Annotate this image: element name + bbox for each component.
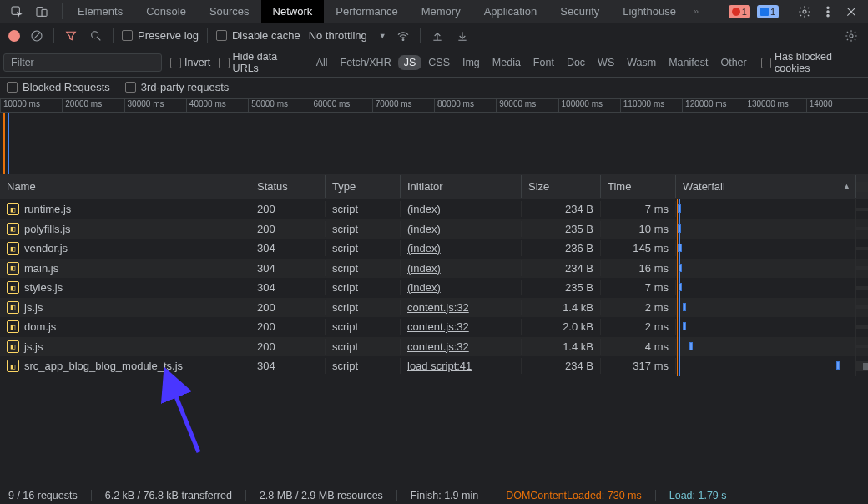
cell-status: 304 bbox=[250, 240, 326, 256]
cell-initiator: load script:41 bbox=[401, 358, 522, 374]
table-row[interactable]: ◧runtime.js200script(index)234 B7 ms bbox=[0, 199, 868, 219]
import-har-icon[interactable] bbox=[429, 28, 446, 44]
col-name[interactable]: Name bbox=[0, 175, 250, 198]
inspect-icon[interactable] bbox=[8, 3, 25, 20]
search-icon[interactable] bbox=[88, 28, 104, 44]
error-badge[interactable]: 1 bbox=[729, 5, 750, 18]
row-scroll[interactable] bbox=[856, 227, 868, 230]
row-scroll[interactable] bbox=[856, 266, 868, 270]
tab-lighthouse[interactable]: Lighthouse bbox=[611, 0, 688, 23]
throttling-select[interactable]: No throttling▼ bbox=[309, 29, 386, 42]
col-initiator[interactable]: Initiator bbox=[401, 175, 522, 198]
row-scroll[interactable] bbox=[856, 286, 868, 290]
initiator-link[interactable]: content.js:32 bbox=[407, 301, 469, 314]
row-scroll[interactable] bbox=[856, 345, 868, 348]
cell-size: 234 B bbox=[522, 358, 601, 374]
disable-cache-checkbox[interactable]: Disable cache bbox=[216, 29, 300, 42]
filter-type-js[interactable]: JS bbox=[398, 55, 422, 70]
initiator-link[interactable]: (index) bbox=[407, 262, 441, 275]
table-row[interactable]: ◧dom.js200scriptcontent.js:322.0 kB2 ms bbox=[0, 317, 868, 337]
tab-security[interactable]: Security bbox=[548, 0, 611, 23]
initiator-link[interactable]: (index) bbox=[407, 203, 441, 215]
col-type[interactable]: Type bbox=[326, 175, 401, 198]
tab-performance[interactable]: Performance bbox=[324, 0, 409, 23]
cell-status: 200 bbox=[250, 221, 326, 237]
filter-type-font[interactable]: Font bbox=[527, 55, 560, 70]
preserve-log-checkbox[interactable]: Preserve log bbox=[122, 29, 199, 42]
kebab-menu-icon[interactable] bbox=[820, 3, 836, 20]
filter-type-img[interactable]: Img bbox=[457, 55, 486, 70]
filter-type-doc[interactable]: Doc bbox=[561, 55, 591, 70]
more-tabs-icon[interactable] bbox=[688, 3, 704, 20]
col-size[interactable]: Size bbox=[522, 175, 601, 198]
filter-type-media[interactable]: Media bbox=[487, 55, 527, 70]
close-icon[interactable] bbox=[843, 3, 860, 20]
col-time[interactable]: Time bbox=[601, 175, 676, 198]
row-scroll[interactable] bbox=[856, 247, 868, 250]
tab-memory[interactable]: Memory bbox=[410, 0, 472, 23]
cell-initiator: content.js:32 bbox=[401, 319, 522, 335]
third-party-checkbox[interactable]: 3rd-party requests bbox=[125, 81, 230, 93]
record-button[interactable] bbox=[8, 30, 20, 42]
cell-time: 7 ms bbox=[601, 201, 676, 217]
svg-rect-4 bbox=[760, 8, 769, 16]
timeline-tick: 80000 ms bbox=[434, 99, 496, 112]
filter-type-other[interactable]: Other bbox=[714, 55, 752, 70]
issue-badge[interactable]: 1 bbox=[757, 5, 779, 18]
table-row[interactable]: ◧js.js200scriptcontent.js:321.4 kB2 ms bbox=[0, 298, 868, 318]
tab-network[interactable]: Network bbox=[261, 0, 325, 23]
settings-icon[interactable] bbox=[796, 3, 813, 20]
blocked-requests-checkbox[interactable]: Blocked Requests bbox=[7, 81, 110, 93]
device-toolbar-icon[interactable] bbox=[33, 3, 50, 20]
col-status[interactable]: Status bbox=[250, 175, 326, 198]
row-scroll[interactable] bbox=[856, 208, 868, 211]
cell-type: script bbox=[326, 319, 401, 335]
table-row[interactable]: ◧src_app_blog_blog_module_ts.js304script… bbox=[0, 356, 868, 376]
tab-console[interactable]: Console bbox=[134, 0, 198, 23]
table-scroll-track[interactable] bbox=[856, 182, 868, 192]
table-row[interactable]: ◧vendor.js304script(index)236 B145 ms bbox=[0, 239, 868, 259]
filter-input[interactable]: Filter bbox=[3, 53, 162, 72]
filter-type-wasm[interactable]: Wasm bbox=[621, 55, 662, 70]
timeline-tick: 40000 ms bbox=[186, 99, 248, 112]
clear-icon[interactable] bbox=[28, 28, 45, 44]
status-requests: 9 / 16 requests bbox=[8, 490, 78, 501]
export-har-icon[interactable] bbox=[454, 28, 471, 44]
tab-application[interactable]: Application bbox=[472, 0, 549, 23]
table-row[interactable]: ◧js.js200scriptcontent.js:321.4 kB4 ms bbox=[0, 337, 868, 357]
initiator-link[interactable]: load script:41 bbox=[407, 360, 472, 372]
cell-size: 1.4 kB bbox=[522, 339, 601, 355]
tab-sources[interactable]: Sources bbox=[198, 0, 261, 23]
cell-type: script bbox=[326, 300, 401, 315]
row-scroll[interactable] bbox=[856, 361, 868, 371]
initiator-link[interactable]: (index) bbox=[407, 281, 441, 294]
initiator-link[interactable]: (index) bbox=[407, 242, 441, 255]
col-waterfall[interactable]: Waterfall▲ bbox=[676, 175, 856, 198]
svg-point-10 bbox=[92, 31, 98, 38]
filter-icon[interactable] bbox=[63, 28, 79, 44]
filter-type-all[interactable]: All bbox=[310, 55, 334, 70]
network-conditions-icon[interactable] bbox=[395, 28, 411, 44]
svg-point-3 bbox=[732, 8, 740, 16]
filter-type-manifest[interactable]: Manifest bbox=[663, 55, 714, 70]
table-row[interactable]: ◧main.js304script(index)234 B16 ms bbox=[0, 259, 868, 279]
tab-elements[interactable]: Elements bbox=[66, 0, 134, 23]
filter-type-fetch-xhr[interactable]: Fetch/XHR bbox=[335, 55, 397, 70]
table-row[interactable]: ◧polyfills.js200script(index)235 B10 ms bbox=[0, 219, 868, 239]
panel-settings-icon[interactable] bbox=[843, 28, 860, 44]
table-header-row: Name Status Type Initiator Size Time Wat… bbox=[0, 174, 868, 199]
network-filter-bar-2: Blocked Requests 3rd-party requests bbox=[0, 78, 868, 99]
row-scroll[interactable] bbox=[856, 325, 868, 329]
initiator-link[interactable]: content.js:32 bbox=[407, 340, 469, 353]
table-row[interactable]: ◧styles.js304script(index)235 B7 ms bbox=[0, 278, 868, 298]
hide-data-urls-checkbox[interactable]: Hide data URLs bbox=[219, 51, 301, 74]
has-blocked-cookies-checkbox[interactable]: Has blocked cookies bbox=[761, 51, 865, 74]
filter-type-ws[interactable]: WS bbox=[592, 55, 620, 70]
row-scroll[interactable] bbox=[856, 305, 868, 309]
initiator-link[interactable]: content.js:32 bbox=[407, 320, 469, 333]
cell-type: script bbox=[326, 358, 401, 374]
timeline-overview[interactable]: 10000 ms20000 ms30000 ms40000 ms50000 ms… bbox=[0, 99, 868, 174]
filter-type-css[interactable]: CSS bbox=[422, 55, 456, 70]
initiator-link[interactable]: (index) bbox=[407, 223, 441, 235]
invert-checkbox[interactable]: Invert bbox=[170, 57, 210, 68]
